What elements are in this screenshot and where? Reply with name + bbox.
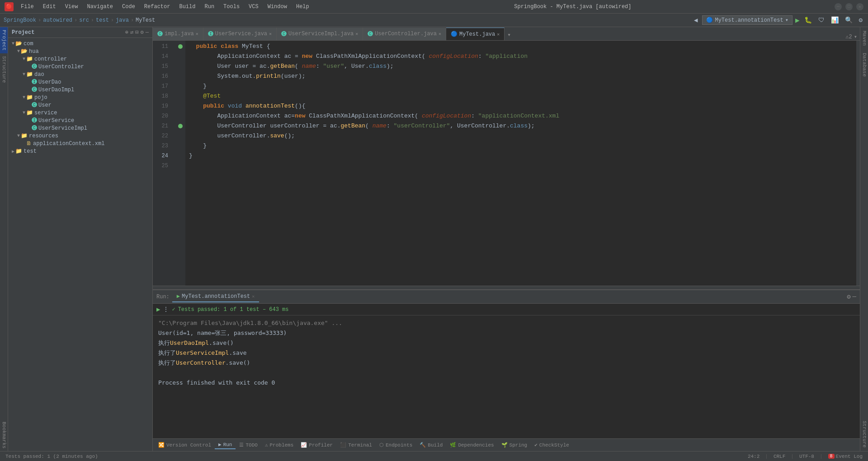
structure-panel-toggle[interactable]: Structure	[0, 53, 8, 85]
tree-item-resources[interactable]: ▼ 📁 resources	[8, 132, 152, 140]
tab-close-userservice[interactable]: ✕	[269, 31, 272, 37]
bottom-settings-icon[interactable]: ⚙	[847, 293, 850, 301]
editor-scrollbar[interactable]	[856, 41, 860, 286]
console-line-6: Process finished with exit code 0	[158, 378, 854, 388]
tab-collapse-icon[interactable]: ▾	[854, 33, 857, 40]
tree-item-userdaoimpl[interactable]: 🅒 UserDaoImpl	[8, 86, 152, 94]
toolbar-terminal[interactable]: ⬛ Terminal	[336, 441, 376, 449]
status-event-log[interactable]: 8 Event Log	[826, 454, 864, 459]
status-position[interactable]: 24:2	[746, 454, 761, 459]
back-button[interactable]: ◀	[692, 15, 699, 25]
coverage-button[interactable]: 🛡	[816, 16, 826, 25]
breadcrumb-test[interactable]: test	[96, 17, 109, 24]
code-editor[interactable]: 11 14 15 16 17 18 19 20 21 22 23 24 25	[153, 41, 860, 286]
tree-item-hua[interactable]: ▼ 📂 hua	[8, 47, 152, 55]
terminal-icon: ⬛	[340, 442, 346, 448]
project-header-settings-icon[interactable]: ⚙	[141, 29, 144, 36]
tab-mytest[interactable]: 🔵 MyTest.java ✕	[446, 28, 505, 40]
tab-close-usercontroller[interactable]: ✕	[439, 31, 441, 37]
tree-item-dao[interactable]: ▼ 📁 dao	[8, 71, 152, 78]
project-header-sync-icon[interactable]: ⇄	[130, 29, 133, 36]
toolbar-dependencies[interactable]: 🌿 Dependencies	[446, 441, 497, 449]
right-panel-structure[interactable]: Structure	[861, 417, 868, 451]
tree-item-usercontroller[interactable]: 🅒 UserController	[8, 63, 152, 71]
breadcrumb-src[interactable]: src	[79, 17, 89, 24]
tree-item-user[interactable]: 🅒 User	[8, 101, 152, 109]
profile-button[interactable]: 📊	[829, 15, 840, 25]
tree-item-appcontext-xml[interactable]: 🗎 applicationContext.xml	[8, 140, 152, 147]
tree-item-controller[interactable]: ▼ 📁 controller	[8, 55, 152, 63]
minimize-button[interactable]: —	[835, 3, 842, 10]
run-more-button[interactable]: ⋮	[163, 306, 169, 313]
tab-more-button[interactable]: ▾	[505, 29, 514, 40]
tab-close-mytest[interactable]: ✕	[497, 32, 500, 37]
menu-file[interactable]: File	[19, 3, 36, 11]
right-panel-maven[interactable]: Maven	[861, 27, 868, 49]
console-line-3: 执行了UserServiceImpl.save	[158, 348, 854, 358]
tree-item-userservice[interactable]: 🅘 UserService	[8, 117, 152, 124]
status-crlf[interactable]: CRLF	[772, 454, 787, 459]
tree-item-userserviceimpl[interactable]: 🅒 UserServiceImpl	[8, 124, 152, 132]
tree-item-pojo[interactable]: ▼ 📁 pojo	[8, 94, 152, 101]
menu-window[interactable]: Window	[266, 3, 289, 11]
project-panel-toggle[interactable]: Project	[0, 27, 8, 53]
toolbar-endpoints[interactable]: ⬡ Endpoints	[376, 441, 416, 449]
bookmarks-panel-toggle[interactable]: Bookmarks	[0, 419, 8, 451]
menu-run[interactable]: Run	[203, 3, 216, 11]
window-controls: — □ ✕	[835, 3, 863, 10]
maximize-button[interactable]: □	[845, 3, 853, 10]
toolbar-checkstyle[interactable]: ✔ CheckStyle	[531, 441, 573, 449]
editor-hscrollbar[interactable]	[153, 286, 860, 289]
status-charset[interactable]: UTF-8	[797, 454, 816, 459]
tree-item-test[interactable]: ▶ 📁 test	[8, 147, 152, 155]
breadcrumb: SpringBook › autowired › src › test › ja…	[4, 17, 155, 24]
bottom-minimize-icon[interactable]: —	[853, 293, 856, 301]
tab-usercontroller[interactable]: 🅒 UserController.java ✕	[363, 28, 446, 40]
breadcrumb-autowired[interactable]: autowired	[43, 17, 72, 24]
search-icon[interactable]: 🔍	[843, 15, 854, 25]
menu-navigate[interactable]: Navigate	[85, 3, 115, 11]
run-config-selector[interactable]: 🔵 MyTest.annotationTest ▾	[702, 15, 792, 25]
breadcrumb-mytest[interactable]: MyTest	[136, 17, 155, 24]
toolbar-version-control[interactable]: 🔀 Version Control	[155, 441, 215, 449]
run-rerun-button[interactable]: ▶	[156, 306, 160, 313]
bottom-tab-run[interactable]: ▶ MyTest.annotationTest ✕	[172, 291, 259, 302]
tree-arrow-dao: ▼	[23, 72, 25, 77]
toolbar-problems[interactable]: ⚠ Problems	[261, 441, 297, 449]
project-header-collapse-icon[interactable]: ⊟	[135, 29, 138, 36]
tab-userserviceimpl[interactable]: 🅒 UserServiceImpl.java ✕	[277, 28, 363, 40]
tab-close-userserviceimpl[interactable]: ✕	[355, 31, 358, 37]
debug-button[interactable]: 🐛	[802, 15, 814, 25]
menu-tools[interactable]: Tools	[222, 3, 241, 11]
code-content[interactable]: public class MyTest { ApplicationContext…	[185, 41, 856, 286]
menu-help[interactable]: Help	[294, 3, 311, 11]
menu-code[interactable]: Code	[120, 3, 137, 11]
toolbar-spring[interactable]: 🌱 Spring	[498, 441, 531, 449]
code-line-20: ApplicationContext ac=new ClassPathXmlAp…	[189, 111, 853, 121]
tree-item-service[interactable]: ▼ 📁 service	[8, 109, 152, 117]
toolbar-profiler[interactable]: 📈 Profiler	[297, 441, 336, 449]
menu-build[interactable]: Build	[177, 3, 197, 11]
breadcrumb-java[interactable]: java	[116, 17, 129, 24]
menu-vcs[interactable]: VCS	[247, 3, 260, 11]
toolbar-run[interactable]: ▶ Run	[215, 441, 236, 449]
project-header-add-icon[interactable]: ⊕	[125, 29, 128, 36]
project-header-close-icon[interactable]: —	[146, 29, 149, 36]
right-panel-database[interactable]: Database	[861, 49, 868, 80]
tree-item-userdao[interactable]: 🅘 UserDao	[8, 78, 152, 86]
menu-edit[interactable]: Edit	[41, 3, 58, 11]
tree-label-hua: hua	[29, 48, 39, 55]
settings-icon[interactable]: ⚙	[857, 15, 864, 25]
tab-close-impl[interactable]: ✕	[196, 31, 198, 37]
run-tab-close[interactable]: ✕	[252, 294, 255, 299]
toolbar-todo[interactable]: ☰ TODO	[236, 441, 261, 449]
menu-view[interactable]: View	[63, 3, 80, 11]
menu-refactor[interactable]: Refactor	[142, 3, 172, 11]
toolbar-build[interactable]: 🔨 Build	[416, 441, 446, 449]
breadcrumb-springbook[interactable]: SpringBook	[4, 17, 36, 24]
run-button[interactable]: ▶	[795, 16, 800, 25]
close-button[interactable]: ✕	[856, 3, 863, 10]
tree-item-com[interactable]: ▼ 📂 com	[8, 40, 152, 47]
tab-impl-java[interactable]: 🅒 impl.java ✕	[153, 28, 203, 40]
tab-userservice[interactable]: 🅘 UserService.java ✕	[203, 28, 277, 40]
